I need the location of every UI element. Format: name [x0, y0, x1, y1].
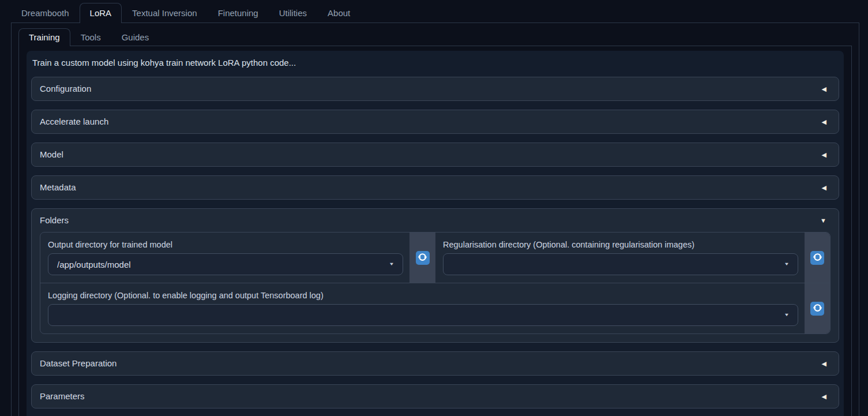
regularisation-dir-label: Regularisation directory (Optional. cont… [443, 239, 798, 250]
output-dir-field: Output directory for trained model /app/… [40, 233, 409, 283]
accordion-model-header[interactable]: Model ◀ [32, 143, 839, 166]
regularisation-dir-refresh-button[interactable] [810, 251, 824, 265]
main-tab-bar: Dreambooth LoRA Textual Inversion Finetu… [11, 0, 859, 23]
accordion-configuration: Configuration ◀ [31, 77, 839, 101]
folders-row-1: Output directory for trained model /app/… [40, 233, 830, 283]
accordion-parameters-header[interactable]: Parameters ◀ [32, 385, 839, 408]
tab-training[interactable]: Training [18, 28, 70, 46]
collapsed-arrow-icon: ◀ [822, 182, 826, 193]
accordion-metadata-header[interactable]: Metadata ◀ [32, 176, 839, 199]
accordion-dataset-preparation-header[interactable]: Dataset Preparation ◀ [32, 352, 839, 375]
folders-row-2: Logging directory (Optional. to enable l… [40, 283, 830, 333]
output-dir-dropdown[interactable]: /app/outputs/model ▼ [48, 253, 403, 275]
logging-dir-dropdown[interactable]: ▼ [48, 304, 798, 326]
refresh-icon [813, 303, 822, 314]
accordion-title: Parameters [40, 391, 85, 402]
output-dir-refresh-button[interactable] [416, 251, 430, 265]
logging-dir-refresh-button[interactable] [810, 302, 824, 316]
tab-utilities[interactable]: Utilities [269, 3, 317, 23]
accordion-accelerate-launch: Accelerate launch ◀ [31, 110, 839, 134]
regularisation-dir-dropdown[interactable]: ▼ [443, 253, 798, 275]
accordion-folders-header[interactable]: Folders ▼ [32, 209, 839, 232]
collapsed-arrow-icon: ◀ [822, 83, 826, 95]
folders-content: Output directory for trained model /app/… [32, 232, 839, 342]
folders-group: Output directory for trained model /app/… [40, 232, 831, 334]
accordion-folders: Folders ▼ Output directory for trained m… [31, 208, 839, 343]
sub-tab-bar: Training Tools Guides [18, 27, 852, 46]
training-content: Train a custom model using kohya train n… [27, 51, 844, 416]
expanded-arrow-icon: ▼ [820, 215, 826, 226]
refresh-icon [418, 252, 427, 264]
accordion-configuration-header[interactable]: Configuration ◀ [32, 77, 839, 100]
chevron-down-icon: ▼ [784, 261, 790, 266]
app-root: Dreambooth LoRA Textual Inversion Finetu… [11, 0, 859, 416]
tab-finetuning[interactable]: Finetuning [208, 3, 269, 23]
accordion-title: Accelerate launch [40, 116, 108, 128]
accordion-model: Model ◀ [31, 143, 839, 167]
output-dir-value: /app/outputs/model [57, 260, 131, 269]
tab-textual-inversion[interactable]: Textual Inversion [122, 3, 208, 23]
lora-tab-panel: Training Tools Guides Train a custom mod… [11, 23, 859, 416]
collapsed-arrow-icon: ◀ [822, 149, 826, 160]
tab-guides[interactable]: Guides [111, 28, 160, 46]
output-dir-label: Output directory for trained model [48, 239, 403, 250]
tab-lora[interactable]: LoRA [80, 3, 122, 23]
accordion-title: Metadata [40, 182, 76, 193]
accordion-metadata: Metadata ◀ [31, 175, 839, 200]
chevron-down-icon: ▼ [389, 261, 394, 266]
chevron-down-icon: ▼ [784, 312, 790, 317]
regularisation-dir-field: Regularisation directory (Optional. cont… [435, 233, 805, 283]
accordion-parameters: Parameters ◀ [31, 384, 839, 408]
tab-about[interactable]: About [317, 3, 360, 23]
tab-tools[interactable]: Tools [70, 28, 111, 46]
regularisation-dir-refresh-cell [805, 233, 830, 283]
accordion-title: Dataset Preparation [40, 358, 117, 369]
accordion-dataset-preparation: Dataset Preparation ◀ [31, 351, 839, 376]
collapsed-arrow-icon: ◀ [822, 358, 826, 369]
collapsed-arrow-icon: ◀ [822, 391, 826, 402]
page-description: Train a custom model using kohya train n… [32, 57, 838, 77]
training-tab-panel: Train a custom model using kohya train n… [18, 46, 852, 416]
accordion-accelerate-launch-header[interactable]: Accelerate launch ◀ [32, 110, 839, 133]
tab-dreambooth[interactable]: Dreambooth [11, 3, 80, 23]
logging-dir-refresh-cell [805, 283, 830, 333]
refresh-icon [813, 252, 822, 264]
logging-dir-label: Logging directory (Optional. to enable l… [48, 290, 798, 301]
accordion-title: Configuration [40, 83, 91, 95]
accordion-title: Folders [40, 215, 69, 226]
output-dir-refresh-cell [409, 233, 435, 283]
collapsed-arrow-icon: ◀ [822, 116, 826, 128]
accordion-title: Model [40, 149, 63, 160]
logging-dir-field: Logging directory (Optional. to enable l… [40, 283, 805, 333]
